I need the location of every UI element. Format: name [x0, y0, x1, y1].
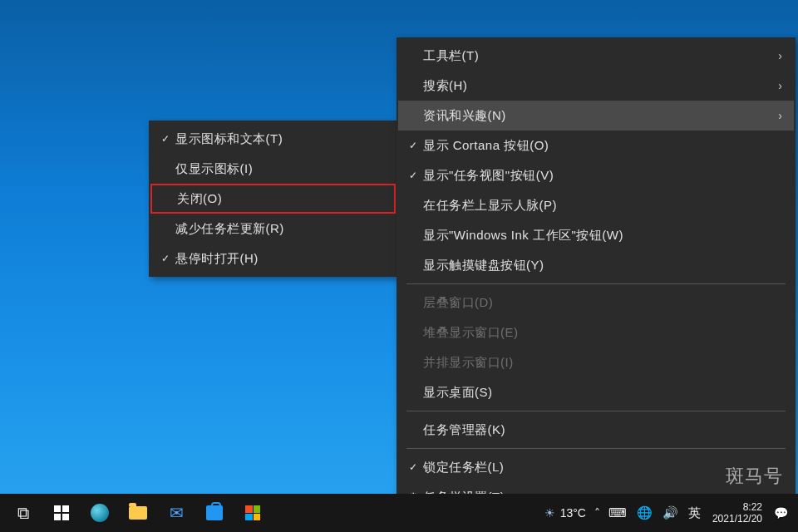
edge-icon[interactable]: [81, 495, 118, 531]
menu-separator: [406, 283, 786, 284]
menu-label: 显示"任务视图"按钮(V): [423, 168, 782, 184]
menu-label: 关闭(O): [177, 191, 382, 207]
system-tray: ☀ 13°C ˄ ⌨ 🌐 🔊 英 8:22 2021/12/20 💬: [544, 501, 793, 525]
weather-temp: 13°C: [560, 506, 586, 520]
keyboard-icon[interactable]: ⌨: [608, 505, 627, 520]
menu-separator: [406, 411, 786, 411]
chevron-right-icon: ›: [778, 49, 782, 62]
task-pinned-area: ⧉ ✉: [5, 495, 271, 531]
file-explorer-icon[interactable]: [120, 495, 156, 531]
menu-label: 层叠窗口(D): [423, 295, 782, 311]
submenu-item-open-on-hover[interactable]: ✓ 悬停时打开(H): [150, 244, 396, 273]
submenu-item-show-icon-text[interactable]: ✓ 显示图标和文本(T): [150, 124, 396, 154]
task-view-icon[interactable]: ⧉: [5, 495, 42, 531]
network-icon[interactable]: 🌐: [637, 505, 653, 520]
menu-item-touch-keyboard-button[interactable]: 显示触摸键盘按钮(Y): [398, 250, 794, 280]
menu-label: 堆叠显示窗口(E): [423, 325, 782, 341]
menu-label: 减少任务栏更新(R): [175, 221, 384, 237]
menu-item-show-desktop[interactable]: 显示桌面(S): [398, 377, 794, 407]
microsoft-store-icon[interactable]: [196, 495, 233, 531]
menu-label: 显示"Windows Ink 工作区"按钮(W): [423, 228, 782, 244]
submenu-item-reduce-updates[interactable]: 减少任务栏更新(R): [150, 214, 396, 244]
date: 2021/12/20: [712, 513, 762, 525]
menu-label: 显示触摸键盘按钮(Y): [423, 258, 782, 273]
menu-label: 仅显示图标(I): [175, 161, 384, 177]
menu-item-people-button[interactable]: 在任务栏上显示人脉(P): [398, 190, 794, 220]
chevron-right-icon: ›: [778, 109, 782, 122]
windows-logo-icon: [54, 505, 69, 520]
microsoft-logo-icon[interactable]: [234, 495, 271, 531]
clock[interactable]: 8:22 2021/12/20: [709, 501, 766, 525]
ime-indicator[interactable]: 英: [688, 505, 701, 521]
check-icon: ✓: [155, 133, 175, 145]
menu-item-cascade-windows: 层叠窗口(D): [398, 288, 794, 318]
menu-item-news-interests[interactable]: 资讯和兴趣(N) ›: [398, 101, 794, 131]
menu-label: 搜索(H): [423, 78, 778, 94]
check-icon: ✓: [403, 140, 423, 151]
mail-icon[interactable]: ✉: [158, 495, 195, 531]
menu-label: 工具栏(T): [423, 48, 778, 64]
tray-icons: ⌨ 🌐 🔊 英: [608, 505, 701, 521]
tray-chevron-up-icon[interactable]: ˄: [594, 506, 600, 520]
menu-label: 显示桌面(S): [423, 385, 782, 401]
menu-label: 任务管理器(K): [423, 422, 782, 438]
menu-item-cortana-button[interactable]: ✓ 显示 Cortana 按钮(O): [398, 131, 794, 160]
weather-icon: ☀: [544, 506, 555, 520]
menu-item-side-by-side: 并排显示窗口(I): [398, 347, 794, 377]
menu-item-task-view-button[interactable]: ✓ 显示"任务视图"按钮(V): [398, 160, 794, 190]
menu-item-stack-windows: 堆叠显示窗口(E): [398, 318, 794, 347]
taskbar-context-menu: 工具栏(T) › 搜索(H) › 资讯和兴趣(N) › ✓ 显示 Cortana…: [397, 37, 796, 515]
check-icon: ✓: [403, 461, 423, 473]
chevron-right-icon: ›: [778, 79, 782, 92]
notifications-icon[interactable]: 💬: [774, 506, 788, 520]
menu-separator: [406, 448, 786, 449]
taskbar: ⧉ ✉ ☀ 13°C ˄ ⌨ 🌐 🔊 英 8:22 2021/12/20 💬: [0, 494, 798, 532]
watermark: 斑马号: [726, 464, 783, 489]
menu-label: 并排显示窗口(I): [423, 355, 782, 371]
submenu-item-icon-only[interactable]: 仅显示图标(I): [150, 154, 396, 184]
menu-label: 在任务栏上显示人脉(P): [423, 198, 782, 214]
menu-label: 显示 Cortana 按钮(O): [423, 138, 782, 154]
menu-label: 显示图标和文本(T): [175, 131, 384, 147]
menu-item-task-manager[interactable]: 任务管理器(K): [398, 415, 794, 445]
speaker-icon[interactable]: 🔊: [663, 505, 678, 520]
time: 8:22: [712, 501, 762, 513]
menu-item-toolbars[interactable]: 工具栏(T) ›: [398, 41, 794, 71]
menu-item-windows-ink-button[interactable]: 显示"Windows Ink 工作区"按钮(W): [398, 220, 794, 250]
menu-label: 悬停时打开(H): [175, 251, 384, 267]
check-icon: ✓: [155, 253, 175, 264]
check-icon: ✓: [403, 170, 423, 181]
menu-item-search[interactable]: 搜索(H) ›: [398, 71, 794, 101]
start-button[interactable]: [43, 495, 80, 531]
news-interests-submenu: ✓ 显示图标和文本(T) 仅显示图标(I) 关闭(O) 减少任务栏更新(R) ✓…: [149, 121, 397, 277]
submenu-item-turn-off[interactable]: 关闭(O): [150, 184, 396, 214]
menu-label: 资讯和兴趣(N): [423, 108, 778, 124]
weather-widget[interactable]: ☀ 13°C: [544, 506, 586, 520]
